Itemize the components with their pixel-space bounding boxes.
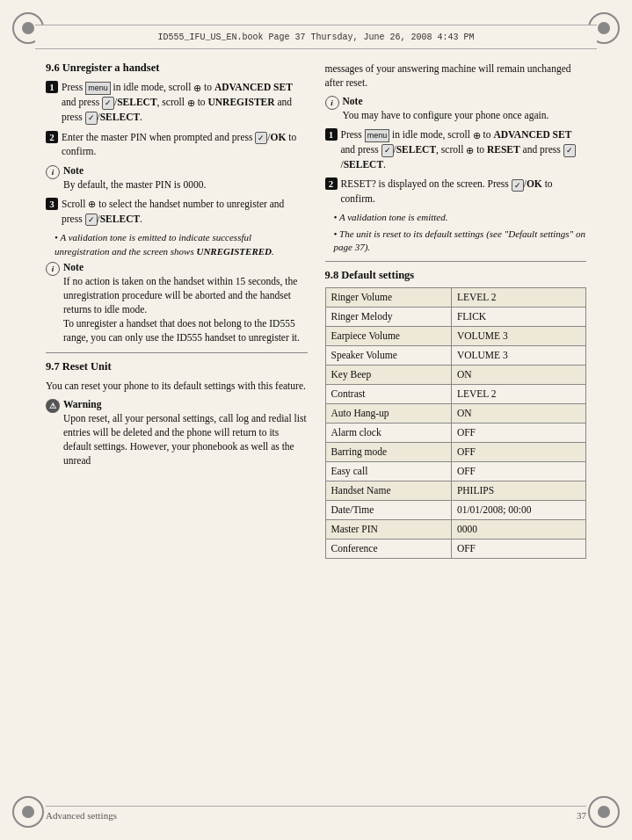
note-content-2: Note If no action is taken on the handse…	[63, 261, 308, 344]
item-num-2: 2	[46, 131, 58, 143]
item-num-3: 3	[46, 198, 58, 210]
table-cell: OFF	[451, 461, 585, 481]
note-icon-1: i	[46, 165, 60, 179]
table-cell: Date/Time	[325, 500, 451, 519]
right-note-box-1: i Note You may have to configure your ph…	[325, 95, 587, 122]
ok-btn: ✓	[255, 132, 267, 145]
note-content-1: Note By default, the master PIN is 0000.	[63, 164, 206, 192]
table-cell: 0000	[451, 519, 585, 539]
section-97-intro: You can reset your phone to its default …	[46, 379, 308, 393]
table-cell: VOLUME 3	[451, 346, 585, 366]
item-text-1: Press menu in idle mode, scroll ⊕ to ADV…	[62, 80, 308, 125]
scroll-icon-r1: ⊕	[473, 129, 481, 142]
note-icon-2: i	[46, 262, 60, 276]
table-row: Easy callOFF	[325, 461, 586, 481]
item-num-1: 1	[46, 81, 58, 93]
table-cell: Speaker Volume	[325, 346, 451, 366]
warning-box: ⚠ Warning Upon reset, all your personal …	[46, 398, 308, 467]
corner-decoration-br	[588, 796, 620, 828]
section-divider-98	[325, 261, 587, 262]
warning-text: Upon reset, all your personal settings, …	[63, 413, 307, 466]
scroll-icon-3: ⊕	[88, 198, 96, 211]
note-box-1: i Note By default, the master PIN is 000…	[46, 164, 308, 192]
table-cell: LEVEL 2	[451, 385, 585, 404]
item-text-3: Scroll ⊕ to select the handset number to…	[62, 197, 308, 227]
table-row: Date/Time01/01/2008; 00:00	[325, 500, 586, 519]
table-row: Auto Hang-upON	[325, 404, 586, 424]
section-divider-97	[46, 352, 308, 353]
table-row: Key BeepON	[325, 366, 586, 385]
scroll-icon-2: ⊕	[187, 97, 195, 110]
header-bar: ID555_IFU_US_EN.book Page 37 Thursday, J…	[35, 25, 597, 49]
right-column: messages of your answering machine will …	[325, 62, 587, 792]
table-row: Speaker VolumeVOLUME 3	[325, 346, 586, 366]
section-98-title: 9.8 Default settings	[325, 269, 587, 282]
right-item2: 2 RESET? is displayed on the screen. Pre…	[325, 177, 587, 206]
table-row: Master PIN0000	[325, 519, 586, 539]
corner-decoration-bl	[12, 796, 44, 828]
table-row: Handset NamePHILIPS	[325, 481, 586, 500]
menu-icon: menu	[85, 82, 111, 95]
section-96-title: 9.6 Unregister a handset	[46, 62, 308, 75]
note-title-1: Note	[63, 165, 84, 176]
section-97-title: 9.7 Reset Unit	[46, 360, 308, 373]
select-btn: ✓	[102, 97, 114, 110]
section-96-item1: 1 Press menu in idle mode, scroll ⊕ to A…	[46, 80, 308, 125]
right-bullet-2: The unit is reset to its default setting…	[325, 228, 587, 255]
note-text-1: By default, the master PIN is 0000.	[63, 179, 206, 190]
table-cell: ON	[451, 404, 585, 424]
table-cell: Conference	[325, 539, 451, 558]
table-row: Ringer VolumeLEVEL 2	[325, 288, 586, 308]
warning-icon: ⚠	[46, 399, 60, 413]
table-cell: ON	[451, 366, 585, 385]
table-cell: VOLUME 3	[451, 327, 585, 346]
right-note-icon-1: i	[325, 96, 339, 110]
table-cell: OFF	[451, 423, 585, 442]
table-cell: Master PIN	[325, 519, 451, 539]
right-note-title-1: Note	[343, 96, 363, 106]
right-item1: 1 Press menu in idle mode, scroll ⊕ to A…	[325, 127, 587, 171]
table-row: Barring modeOFF	[325, 442, 586, 461]
content-area: 9.6 Unregister a handset 1 Press menu in…	[46, 62, 586, 792]
right-item-num-1: 1	[325, 128, 338, 141]
table-cell: Ringer Melody	[325, 308, 451, 327]
table-cell: Ringer Volume	[325, 288, 451, 308]
note-box-2: i Note If no action is taken on the hand…	[46, 261, 308, 344]
footer-left: Advanced settings	[46, 810, 117, 821]
table-cell: Contrast	[325, 385, 451, 404]
warning-title: Warning	[63, 399, 101, 409]
bullet-item-1: A validation tone is emitted to indicate…	[46, 231, 308, 258]
select-btn-3: ✓	[85, 214, 98, 227]
table-cell: Key Beep	[325, 366, 451, 385]
table-row: Alarm clockOFF	[325, 423, 586, 442]
table-row: ConferenceOFF	[325, 539, 586, 558]
footer: Advanced settings 37	[46, 806, 586, 821]
two-column-layout: 9.6 Unregister a handset 1 Press menu in…	[46, 62, 586, 792]
table-row: Earpiece VolumeVOLUME 3	[325, 327, 586, 346]
select-btn-r1: ✓	[381, 144, 394, 157]
right-item-text-2: RESET? is displayed on the screen. Press…	[341, 177, 587, 206]
table-cell: Auto Hang-up	[325, 404, 451, 424]
right-note-text-1: You may have to configure your phone onc…	[343, 110, 549, 120]
table-cell: FLICK	[451, 308, 585, 327]
section-96-item3: 3 Scroll ⊕ to select the handset number …	[46, 197, 308, 227]
table-cell: PHILIPS	[451, 481, 585, 500]
table-row: Ringer MelodyFLICK	[325, 308, 586, 327]
item-text-2: Enter the master PIN when prompted and p…	[62, 130, 308, 159]
right-note-content-1: Note You may have to configure your phon…	[343, 95, 549, 122]
warning-content: Warning Upon reset, all your personal se…	[63, 398, 308, 467]
right-item-num-2: 2	[325, 177, 338, 190]
table-cell: Alarm clock	[325, 423, 451, 442]
left-column: 9.6 Unregister a handset 1 Press menu in…	[46, 62, 308, 792]
note-title-2: Note	[63, 262, 84, 272]
table-cell: Easy call	[325, 461, 451, 481]
section-96-item2: 2 Enter the master PIN when prompted and…	[46, 130, 308, 159]
select-btn-r2: ✓	[563, 144, 576, 157]
right-item-text-1: Press menu in idle mode, scroll ⊕ to ADV…	[341, 127, 587, 171]
footer-right: 37	[577, 810, 586, 821]
default-settings-table: Ringer VolumeLEVEL 2Ringer MelodyFLICKEa…	[325, 287, 587, 558]
menu-icon-r1: menu	[365, 129, 390, 142]
table-cell: OFF	[451, 442, 585, 461]
note-text-2: If no action is taken on the handset wit…	[63, 276, 300, 343]
table-cell: OFF	[451, 539, 585, 558]
